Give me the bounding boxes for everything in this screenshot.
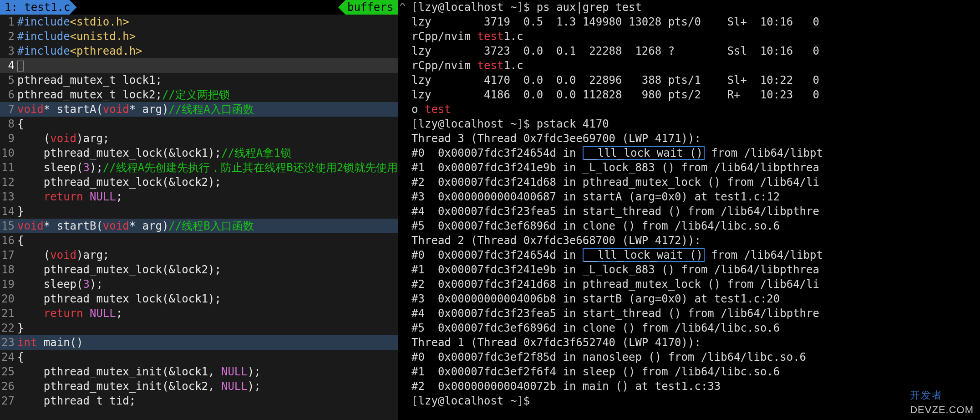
terminal-line[interactable]: #4 0x00007fdc3f23fea5 in start_thread ()… [411, 204, 980, 219]
terminal-line[interactable]: #3 0x00000000004006b8 in startB (arg=0x0… [411, 292, 980, 306]
terminal-line[interactable]: #0 0x00007fdc3f24654d in __lll_lock_wait… [411, 248, 980, 262]
terminal-line[interactable]: lzy 4170 0.0 0.0 22896 388 pts/1 Sl+ 10:… [411, 73, 980, 87]
highlighted-frame: __lll_lock_wait () [583, 248, 705, 262]
terminal-line[interactable]: lzy 3719 0.5 1.3 149980 13028 pts/0 Sl+ … [411, 15, 980, 29]
gutter-line-number: 13 [0, 190, 17, 204]
code-text[interactable]: } [17, 204, 398, 219]
code-line[interactable]: 23int main() [0, 335, 398, 350]
terminal-line[interactable]: #5 0x00007fdc3ef6896d in clone () from /… [411, 321, 980, 335]
code-text[interactable]: sleep(3); [17, 277, 398, 292]
code-line[interactable]: 27 pthread_t tid; [0, 394, 398, 408]
code-text[interactable]: pthread_mutex_lock(&lock1);//线程A拿1锁 [17, 146, 398, 160]
code-line[interactable]: 9 (void)arg; [0, 131, 398, 146]
terminal-line[interactable]: [lzy@localhost ~]$ pstack 4170 [411, 117, 980, 131]
gutter-line-number: 6 [0, 87, 17, 102]
code-area[interactable]: 1#include<stdio.h>2#include<unistd.h>3#i… [0, 15, 398, 420]
terminal-line[interactable]: [lzy@localhost ~]$ [411, 394, 980, 408]
code-line[interactable]: 15void* startB(void* arg)//线程B入口函数 [0, 219, 398, 233]
gutter-line-number: 25 [0, 364, 17, 379]
code-line[interactable]: 18 pthread_mutex_lock(&lock2); [0, 262, 398, 277]
code-text[interactable]: pthread_mutex_lock(&lock2); [17, 175, 398, 190]
terminal-line[interactable]: Thread 1 (Thread 0x7fdc3f652740 (LWP 417… [411, 335, 980, 350]
terminal-line[interactable]: lzy 4186 0.0 0.0 112828 980 pts/2 R+ 10:… [411, 87, 980, 102]
code-text[interactable]: sleep(3);//线程A先创建先执行，防止其在线程B还没使用2锁就先使用 [17, 160, 398, 175]
code-text[interactable]: (void)arg; [17, 131, 398, 146]
code-text[interactable]: void* startA(void* arg)//线程A入口函数 [17, 102, 398, 117]
code-text[interactable]: } [17, 321, 398, 335]
terminal-line[interactable]: lzy 3723 0.0 0.1 22288 1268 ? Ssl 10:16 … [411, 44, 980, 58]
code-line[interactable]: 2#include<unistd.h> [0, 29, 398, 44]
code-text[interactable]: pthread_mutex_lock(&lock1); [17, 292, 398, 306]
code-text[interactable]: (void)arg; [17, 248, 398, 262]
terminal-line[interactable]: #2 0x00007fdc3f241d68 in pthread_mutex_l… [411, 175, 980, 190]
gutter-line-number: 23 [0, 335, 17, 350]
code-line[interactable]: 7void* startA(void* arg)//线程A入口函数 [0, 102, 398, 117]
terminal-line[interactable]: o test [411, 102, 980, 117]
terminal-line[interactable]: #4 0x00007fdc3f23fea5 in start_thread ()… [411, 306, 980, 321]
code-text[interactable]: { [17, 233, 398, 248]
code-line[interactable]: 26 pthread_mutex_init(&lock2, NULL); [0, 379, 398, 394]
code-text[interactable]: pthread_t tid; [17, 394, 398, 408]
code-line[interactable]: 11 sleep(3);//线程A先创建先执行，防止其在线程B还没使用2锁就先使… [0, 160, 398, 175]
terminal-line[interactable]: #2 0x00007fdc3f241d68 in pthread_mutex_l… [411, 277, 980, 292]
code-line[interactable]: 12 pthread_mutex_lock(&lock2); [0, 175, 398, 190]
code-line[interactable]: 21 return NULL; [0, 306, 398, 321]
code-text[interactable]: #include<pthread.h> [17, 44, 398, 58]
terminal-line[interactable]: #1 0x00007fdc3f241e9b in _L_lock_883 () … [411, 262, 980, 277]
terminal-line[interactable]: Thread 2 (Thread 0x7fdc3e668700 (LWP 417… [411, 233, 980, 248]
code-line[interactable]: 17 (void)arg; [0, 248, 398, 262]
code-line[interactable]: 1#include<stdio.h> [0, 15, 398, 29]
code-line[interactable]: 20 pthread_mutex_lock(&lock1); [0, 292, 398, 306]
code-text[interactable] [17, 58, 398, 73]
terminal-line[interactable]: #0 0x00007fdc3f24654d in __lll_lock_wait… [411, 146, 980, 160]
terminal-line[interactable]: Thread 3 (Thread 0x7fdc3ee69700 (LWP 417… [411, 131, 980, 146]
terminal-line[interactable]: rCpp/nvim test1.c [411, 58, 980, 73]
code-line[interactable]: 8{ [0, 117, 398, 131]
code-text[interactable]: pthread_mutex_t lock1; [17, 73, 398, 87]
code-text[interactable]: #include<unistd.h> [17, 29, 398, 44]
code-text[interactable]: void* startB(void* arg)//线程B入口函数 [17, 219, 398, 233]
code-line[interactable]: 24{ [0, 350, 398, 364]
code-text[interactable]: { [17, 117, 398, 131]
code-text[interactable]: pthread_mutex_init(&lock2, NULL); [17, 379, 398, 394]
gutter-line-number: 26 [0, 379, 17, 394]
code-line[interactable]: 5pthread_mutex_t lock1; [0, 73, 398, 87]
terminal-line[interactable]: #5 0x00007fdc3ef6896d in clone () from /… [411, 219, 980, 233]
code-text[interactable]: #include<stdio.h> [17, 15, 398, 29]
code-text[interactable]: pthread_mutex_init(&lock1, NULL); [17, 364, 398, 379]
vertical-scrollbar[interactable]: ^ [398, 0, 407, 420]
scrollbar-up-icon[interactable]: ^ [399, 0, 406, 5]
terminal-pane[interactable]: [lzy@localhost ~]$ ps aux|grep testlzy 3… [407, 0, 980, 420]
code-text[interactable]: { [17, 350, 398, 364]
code-text[interactable]: pthread_mutex_t lock2;//定义两把锁 [17, 87, 398, 102]
code-line[interactable]: 6pthread_mutex_t lock2;//定义两把锁 [0, 87, 398, 102]
code-text[interactable]: return NULL; [17, 190, 398, 204]
gutter-line-number: 8 [0, 117, 17, 131]
gutter-line-number: 15 [0, 219, 17, 233]
terminal-line[interactable]: #2 0x000000000040072b in main () at test… [411, 379, 980, 394]
code-text[interactable]: pthread_mutex_lock(&lock2); [17, 262, 398, 277]
code-line[interactable]: 4 [0, 58, 398, 73]
terminal-line[interactable]: #3 0x0000000000400687 in startA (arg=0x0… [411, 190, 980, 204]
terminal-line[interactable]: rCpp/nvim test1.c [411, 29, 980, 44]
code-line[interactable]: 19 sleep(3); [0, 277, 398, 292]
terminal-line[interactable]: #0 0x00007fdc3ef2f85d in nanosleep () fr… [411, 350, 980, 364]
code-line[interactable]: 14} [0, 204, 398, 219]
tab-active[interactable]: 1: test1.c [0, 0, 77, 15]
code-line[interactable]: 13 return NULL; [0, 190, 398, 204]
code-line[interactable]: 25 pthread_mutex_init(&lock1, NULL); [0, 364, 398, 379]
buffers-indicator[interactable]: buffers [338, 0, 398, 15]
editor-pane[interactable]: 1: test1.c buffers 1#include<stdio.h>2#i… [0, 0, 398, 420]
terminal-line[interactable]: #1 0x00007fdc3ef2f6f4 in sleep () from /… [411, 364, 980, 379]
gutter-line-number: 17 [0, 248, 17, 262]
code-line[interactable]: 22} [0, 321, 398, 335]
terminal-line[interactable]: #1 0x00007fdc3f241e9b in _L_lock_883 () … [411, 160, 980, 175]
terminal-line[interactable]: [lzy@localhost ~]$ ps aux|grep test [411, 0, 980, 15]
gutter-line-number: 20 [0, 292, 17, 306]
code-line[interactable]: 10 pthread_mutex_lock(&lock1);//线程A拿1锁 [0, 146, 398, 160]
code-line[interactable]: 3#include<pthread.h> [0, 44, 398, 58]
code-text[interactable]: int main() [17, 335, 398, 350]
code-text[interactable]: return NULL; [17, 306, 398, 321]
watermark-brand: 开发者 [910, 389, 943, 401]
code-line[interactable]: 16{ [0, 233, 398, 248]
